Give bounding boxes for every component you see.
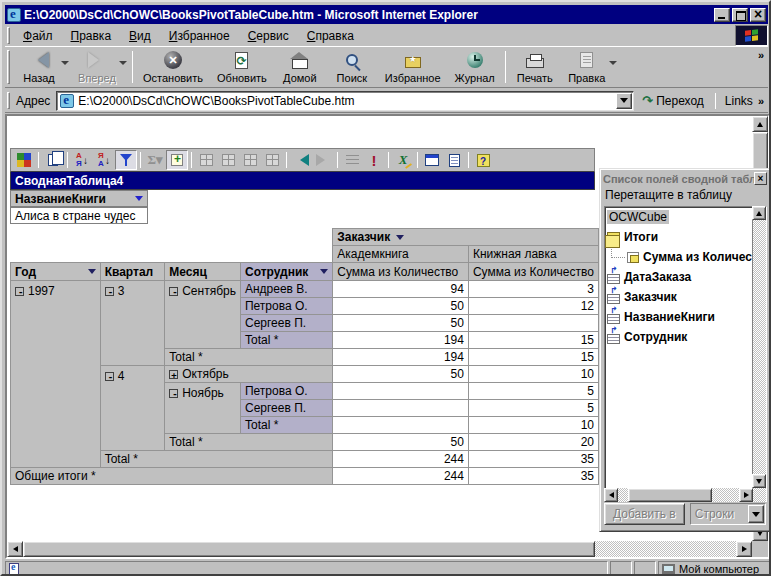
menu-tools[interactable]: Сервис — [239, 27, 298, 45]
links-bar[interactable]: Links » — [719, 94, 768, 108]
address-grip[interactable] — [7, 92, 10, 110]
month-total-cell[interactable]: Total * — [165, 349, 333, 366]
back-button[interactable]: Назад — [13, 47, 65, 87]
subtotal-icon[interactable] — [166, 150, 188, 170]
move-to-column-area-icon[interactable] — [217, 150, 239, 170]
filter-dropdown-icon[interactable] — [135, 196, 143, 205]
year-cell[interactable]: 1997 — [11, 281, 101, 468]
employee-cell[interactable]: Петрова О. — [240, 383, 332, 400]
scroll-down-button[interactable] — [752, 474, 766, 488]
move-to-row-area-icon[interactable] — [195, 150, 217, 170]
back-dropdown-icon[interactable] — [61, 61, 69, 69]
tree-item-employee[interactable]: Сотрудник — [605, 327, 766, 347]
toolbar-grip[interactable] — [7, 50, 10, 84]
stop-button[interactable]: ✕ Остановить — [136, 47, 210, 87]
employee-cell[interactable]: Сергеев П. — [240, 315, 332, 332]
demote-icon[interactable] — [312, 150, 334, 170]
scroll-up-button[interactable] — [752, 206, 766, 220]
column-dropdown-icon[interactable] — [396, 235, 404, 244]
refresh-data-icon[interactable]: ! — [363, 150, 385, 170]
copy-icon[interactable] — [42, 150, 64, 170]
sort-ascending-icon[interactable]: АЯ↓ — [71, 150, 93, 170]
quarter-cell[interactable]: 4 — [100, 366, 165, 451]
forward-dropdown-icon[interactable] — [119, 61, 127, 69]
tree-item-sum-field[interactable]: Сумма из Количество — [605, 247, 766, 267]
tree-item-totals[interactable]: Итоги — [605, 227, 766, 247]
move-to-detail-area-icon[interactable] — [261, 150, 283, 170]
forward-button[interactable]: Вперед — [71, 47, 123, 87]
favorites-button[interactable]: Избранное — [378, 47, 448, 87]
address-dropdown-button[interactable] — [616, 93, 632, 109]
menu-file[interactable]: Файл — [14, 27, 62, 45]
column-header[interactable]: Академкнига — [333, 246, 469, 263]
employee-dropdown-icon[interactable] — [320, 269, 328, 278]
horizontal-scroll-thumb[interactable] — [628, 488, 712, 502]
field-list-horizontal-scrollbar[interactable] — [604, 488, 753, 502]
toolbar-overflow-chevron[interactable]: » — [758, 49, 764, 61]
history-button[interactable]: Журнал — [448, 47, 502, 87]
menu-grip[interactable] — [7, 27, 10, 43]
go-button[interactable]: ↷ Переход — [634, 93, 712, 108]
expand-icon[interactable] — [169, 370, 178, 379]
pivot-logo-icon[interactable] — [13, 150, 35, 170]
menu-edit[interactable]: Правка — [62, 27, 121, 45]
row-field-quarter[interactable]: Квартал — [100, 263, 165, 281]
employee-cell[interactable]: Петрова О. — [240, 298, 332, 315]
month-cell[interactable]: Ноябрь — [165, 383, 241, 434]
field-list-close-icon[interactable]: × — [754, 172, 767, 185]
quarter-cell[interactable]: 3 — [100, 281, 165, 366]
employee-cell[interactable]: Сергеев П. — [240, 400, 332, 417]
horizontal-scrollbar[interactable] — [7, 541, 752, 557]
links-chevron[interactable]: » — [758, 95, 764, 107]
autofilter-icon[interactable] — [115, 150, 137, 170]
filter-field-button[interactable]: НазваниеКниги — [10, 190, 148, 207]
menu-favorites[interactable]: Избранное — [160, 27, 239, 45]
tree-item-customer[interactable]: Заказчик — [605, 287, 766, 307]
scroll-right-button[interactable] — [739, 488, 753, 502]
scroll-up-button[interactable] — [752, 116, 768, 132]
minimize-button[interactable] — [714, 8, 730, 22]
refresh-button[interactable]: Обновить — [210, 47, 274, 87]
autocalc-icon[interactable]: Σ▾ — [144, 150, 166, 170]
sort-descending-icon[interactable]: ЯА↓ — [93, 150, 115, 170]
target-dropdown-icon[interactable] — [748, 505, 764, 523]
collapse-icon[interactable] — [105, 287, 114, 296]
employee-total-cell[interactable]: Total * — [240, 417, 332, 434]
home-button[interactable]: Домой — [274, 47, 326, 87]
row-field-employee[interactable]: Сотрудник — [240, 263, 332, 281]
tree-item-booktitle[interactable]: НазваниеКниги — [605, 307, 766, 327]
edit-dropdown-icon[interactable] — [609, 61, 617, 69]
scroll-left-button[interactable] — [604, 488, 618, 502]
year-dropdown-icon[interactable] — [88, 269, 96, 278]
print-button[interactable]: Печать — [509, 47, 561, 87]
field-list-vertical-scrollbar[interactable] — [752, 206, 766, 502]
menu-help[interactable]: Справка — [298, 27, 363, 45]
quarter-total-cell[interactable]: Total * — [100, 451, 333, 468]
promote-icon[interactable] — [290, 150, 312, 170]
collapse-icon[interactable] — [105, 372, 114, 381]
horizontal-scroll-thumb[interactable] — [23, 541, 595, 557]
column-header[interactable]: Книжная лавка — [468, 246, 598, 263]
column-field-button[interactable]: Заказчик — [333, 229, 599, 246]
row-field-month[interactable]: Месяц — [165, 263, 241, 281]
tree-item-cube[interactable]: OCWCube — [605, 207, 766, 227]
address-text[interactable]: E:\O2000\DsCd\ChOWC\BooksPivotTableCube.… — [78, 94, 616, 108]
target-area-select[interactable]: Строки — [690, 503, 766, 525]
search-button[interactable]: Поиск — [326, 47, 378, 87]
export-to-excel-icon[interactable]: X — [392, 150, 414, 170]
move-to-filter-area-icon[interactable] — [239, 150, 261, 170]
expand-indicator-icon[interactable] — [341, 150, 363, 170]
field-list-icon[interactable] — [443, 150, 465, 170]
scroll-right-button[interactable] — [736, 541, 752, 557]
row-field-year[interactable]: Год — [11, 263, 101, 281]
menu-view[interactable]: Вид — [120, 27, 160, 45]
close-button[interactable] — [750, 8, 766, 22]
restore-button[interactable] — [732, 8, 748, 22]
help-icon[interactable]: ? — [472, 150, 494, 170]
add-to-button[interactable]: Добавить в — [604, 503, 685, 525]
grand-total-cell[interactable]: Общие итоги * — [11, 468, 333, 485]
employee-total-cell[interactable]: Total * — [240, 332, 332, 349]
month-total-cell[interactable]: Total * — [165, 434, 333, 451]
commands-options-icon[interactable] — [421, 150, 443, 170]
collapse-icon[interactable] — [169, 389, 178, 398]
